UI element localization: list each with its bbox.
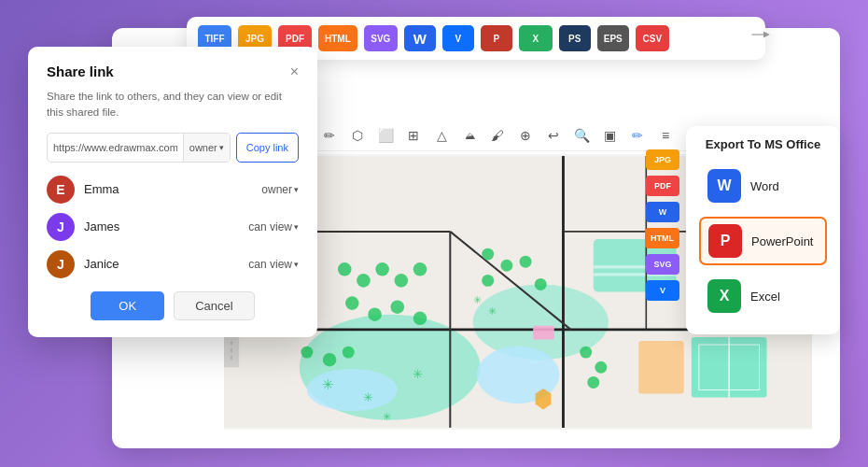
tool-undo[interactable]: ↩: [543, 125, 564, 146]
badge-visio[interactable]: V: [442, 25, 474, 51]
svg-text:✳: ✳: [488, 305, 497, 317]
copy-link-button[interactable]: Copy link: [236, 133, 299, 163]
link-input[interactable]: [48, 138, 183, 157]
side-badges-column: JPG PDF W HTML SVG V: [645, 149, 679, 301]
user-role-janice[interactable]: can view ▾: [248, 258, 299, 271]
tool-crop[interactable]: ▣: [599, 125, 620, 146]
modal-close-button[interactable]: ×: [290, 64, 299, 79]
side-badge-html[interactable]: HTML: [645, 228, 679, 248]
svg-text:✳: ✳: [363, 390, 373, 404]
modal-title: Share link: [47, 64, 114, 79]
link-input-wrap: owner ▾: [47, 133, 231, 163]
user-name-janice: Janice: [84, 257, 239, 271]
user-role-label-janice: can view: [248, 258, 292, 271]
user-role-label-emma: owner: [261, 183, 292, 196]
svg-point-39: [580, 347, 592, 359]
svg-point-42: [323, 353, 337, 367]
avatar-james: J: [47, 213, 75, 241]
svg-point-35: [500, 260, 512, 272]
chevron-down-icon: ▾: [294, 260, 299, 269]
user-role-emma[interactable]: owner ▾: [261, 183, 299, 196]
modal-link-row: owner ▾ Copy link: [47, 133, 299, 163]
svg-point-30: [345, 296, 359, 310]
svg-point-43: [343, 347, 355, 359]
svg-point-37: [520, 256, 532, 268]
svg-point-38: [535, 278, 547, 290]
avatar-emma: E: [47, 176, 75, 204]
modal-actions: OK Cancel: [47, 291, 299, 320]
badge-svg[interactable]: SVG: [364, 25, 398, 51]
user-name-james: James: [84, 219, 239, 234]
chevron-down-icon: ▾: [219, 143, 224, 152]
export-items-list: W Word P PowerPoint X Excel: [699, 163, 827, 319]
svg-point-33: [413, 312, 427, 326]
badge-html[interactable]: HTML: [318, 25, 357, 51]
side-badge-word[interactable]: W: [646, 202, 679, 222]
svg-point-44: [301, 347, 313, 359]
tool-mountain[interactable]: ⛰: [459, 125, 480, 146]
tool-fill[interactable]: 🖌: [487, 125, 508, 146]
side-badge-pdf[interactable]: PDF: [646, 176, 679, 196]
user-row-james: J James can view ▾: [47, 213, 299, 241]
svg-point-34: [482, 248, 494, 261]
modal-header: Share link ×: [47, 64, 299, 79]
badge-csv[interactable]: CSV: [636, 25, 669, 51]
side-badge-visio[interactable]: V: [646, 280, 679, 301]
svg-point-36: [482, 275, 494, 287]
user-role-label-james: can view: [248, 220, 292, 234]
tool-draw[interactable]: ✏: [627, 125, 648, 146]
tool-lines[interactable]: ≡: [655, 125, 676, 146]
arrow-indicator: [750, 26, 771, 43]
chevron-down-icon: ▾: [294, 222, 299, 232]
svg-point-26: [357, 274, 371, 288]
export-panel-title: Export To MS Office: [699, 137, 827, 151]
svg-point-41: [587, 376, 599, 389]
cancel-button[interactable]: Cancel: [174, 291, 254, 320]
user-role-james[interactable]: can view ▾: [248, 220, 299, 234]
tool-pen[interactable]: ✏: [319, 125, 340, 146]
svg-point-28: [395, 274, 409, 288]
export-item-excel[interactable]: X Excel: [699, 273, 827, 319]
tool-shape-rect[interactable]: ⬜: [375, 125, 396, 146]
ppt-icon: P: [708, 224, 742, 258]
svg-text:✳: ✳: [383, 411, 391, 422]
avatar-janice: J: [47, 250, 75, 278]
export-item-powerpoint[interactable]: P PowerPoint: [699, 217, 827, 265]
svg-text:✳: ✳: [413, 367, 423, 381]
export-panel: Export To MS Office W Word P PowerPoint …: [686, 126, 840, 334]
badge-word[interactable]: W: [404, 25, 436, 51]
ok-button[interactable]: OK: [91, 291, 164, 320]
user-row-emma: E Emma owner ▾: [47, 176, 299, 204]
excel-label: Excel: [750, 290, 780, 304]
side-badge-jpg[interactable]: JPG: [646, 149, 679, 170]
tool-table[interactable]: ⊞: [403, 125, 424, 146]
ppt-label: PowerPoint: [751, 234, 813, 248]
link-role-label: owner: [189, 142, 217, 153]
excel-icon: X: [707, 279, 741, 313]
modal-description: Share the link to others, and they can v…: [47, 89, 299, 121]
chevron-down-icon: ▾: [294, 185, 299, 194]
badge-eps[interactable]: EPS: [597, 25, 629, 51]
user-row-janice: J Janice can view ▾: [47, 250, 299, 278]
svg-point-32: [391, 300, 405, 314]
word-label: Word: [750, 179, 779, 193]
tool-triangle[interactable]: △: [431, 125, 452, 146]
tool-shape-hex[interactable]: ⬡: [347, 125, 368, 146]
svg-rect-22: [638, 341, 683, 394]
user-name-emma: Emma: [84, 182, 252, 196]
svg-point-25: [338, 262, 352, 276]
side-badge-svg[interactable]: SVG: [646, 254, 679, 275]
badge-ps[interactable]: PS: [559, 25, 591, 51]
badge-xls[interactable]: X: [519, 25, 553, 51]
badge-ppt[interactable]: P: [481, 25, 512, 51]
svg-point-29: [413, 262, 427, 276]
svg-point-31: [368, 307, 382, 321]
link-role-selector[interactable]: owner ▾: [183, 134, 230, 162]
tool-zoom[interactable]: 🔍: [571, 125, 592, 146]
share-link-modal: Share link × Share the link to others, a…: [28, 47, 317, 337]
export-item-word[interactable]: W Word: [699, 163, 827, 209]
word-icon: W: [707, 169, 741, 203]
svg-point-27: [375, 262, 389, 276]
tool-plus[interactable]: ⊕: [515, 125, 536, 146]
svg-text:✳: ✳: [473, 294, 482, 305]
